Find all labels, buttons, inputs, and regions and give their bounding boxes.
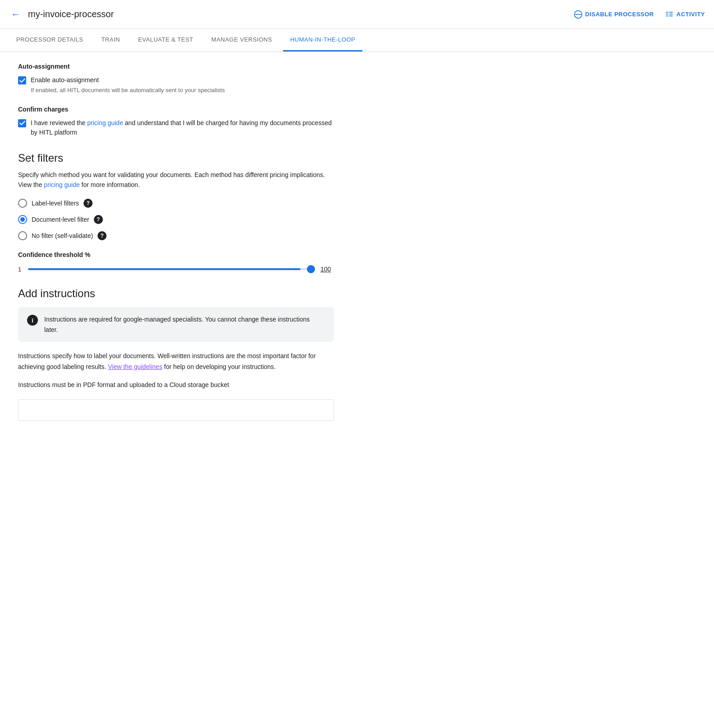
info-icon: i — [27, 315, 38, 326]
confidence-threshold-label: Confidence threshold % — [18, 251, 334, 258]
radio-document-level-outer — [18, 215, 27, 224]
confirm-charges-row: I have reviewed the pricing guide and un… — [18, 118, 334, 137]
tab-evaluate-test[interactable]: EVALUATE & TEST — [131, 29, 200, 51]
instructions-desc-part2: for help on developing your instructions… — [162, 363, 276, 370]
radio-label-level-text: Label-level filters — [32, 200, 79, 207]
add-instructions-section: Add instructions i Instructions are requ… — [18, 287, 334, 421]
add-instructions-heading: Add instructions — [18, 287, 334, 300]
confirm-charges-text: I have reviewed the pricing guide and un… — [31, 118, 334, 137]
confirm-charges-checkbox[interactable] — [18, 119, 26, 127]
pricing-guide-link-1[interactable]: pricing guide — [87, 119, 123, 126]
back-button[interactable]: ← — [9, 7, 23, 22]
activity-label: ACTIVITY — [677, 11, 705, 18]
enable-auto-assignment-checkbox[interactable] — [18, 76, 26, 84]
instructions-upload-box[interactable] — [18, 399, 334, 421]
filter-radio-group: Label-level filters ? Document-level fil… — [18, 199, 334, 240]
svg-rect-5 — [668, 12, 669, 13]
svg-rect-7 — [668, 15, 669, 16]
info-banner-text: Instructions are required for google-man… — [44, 314, 325, 335]
auto-assignment-label: Auto-assignment — [18, 63, 334, 70]
tab-human-in-the-loop[interactable]: HUMAN-IN-THE-LOOP — [283, 29, 362, 51]
confidence-threshold-slider-row: 1 100 — [18, 266, 334, 273]
label-level-help-icon[interactable]: ? — [83, 199, 93, 208]
enable-auto-assignment-row: Enable auto-assignment If enabled, all H… — [18, 75, 334, 95]
top-actions: DISABLE PROCESSOR ACTIVITY — [574, 10, 705, 19]
pricing-guide-link-2[interactable]: pricing guide — [44, 181, 79, 188]
radio-no-filter[interactable]: No filter (self-validate) ? — [18, 231, 334, 240]
confirm-charges-section: Confirm charges I have reviewed the pric… — [18, 106, 334, 137]
tab-train[interactable]: TRAIN — [94, 29, 127, 51]
radio-document-level-text: Document-level filter — [32, 216, 89, 223]
slider-min-label: 1 — [18, 266, 23, 273]
page-title: my-invoice-processor — [28, 9, 574, 19]
main-content: Auto-assignment Enable auto-assignment I… — [0, 52, 352, 432]
radio-document-level-inner — [20, 217, 25, 222]
svg-rect-6 — [668, 14, 669, 14]
disable-processor-label: DISABLE PROCESSOR — [585, 11, 654, 18]
confirm-charges-label: Confirm charges — [18, 106, 334, 113]
document-level-help-icon[interactable]: ? — [94, 215, 103, 224]
instructions-note: Instructions must be in PDF format and u… — [18, 380, 334, 391]
disable-processor-button[interactable]: DISABLE PROCESSOR — [574, 10, 654, 19]
instructions-desc: Instructions specify how to label your d… — [18, 351, 334, 373]
enable-auto-assignment-main-text: Enable auto-assignment — [31, 75, 225, 85]
no-filter-help-icon[interactable]: ? — [97, 231, 107, 240]
tabs-bar: PROCESSOR DETAILS TRAIN EVALUATE & TEST … — [0, 29, 714, 52]
slider-track-container[interactable] — [28, 268, 315, 270]
enable-auto-assignment-subtext: If enabled, all HITL documents will be a… — [31, 86, 225, 95]
radio-no-filter-text: No filter (self-validate) — [32, 232, 93, 239]
slider-fill — [28, 268, 301, 270]
disable-icon — [574, 10, 583, 19]
tab-processor-details[interactable]: PROCESSOR DETAILS — [9, 29, 90, 51]
set-filters-section: Set filters Specify which method you wan… — [18, 152, 334, 273]
activity-button[interactable]: ACTIVITY — [665, 10, 705, 19]
view-guidelines-link[interactable]: View the guidelines — [108, 363, 162, 370]
radio-document-level[interactable]: Document-level filter ? — [18, 215, 334, 224]
info-banner: i Instructions are required for google-m… — [18, 307, 334, 342]
slider-thumb[interactable] — [307, 265, 315, 273]
radio-label-level[interactable]: Label-level filters ? — [18, 199, 334, 208]
confirm-charges-text-part1: I have reviewed the — [31, 119, 87, 126]
tab-manage-versions[interactable]: MANAGE VERSIONS — [204, 29, 279, 51]
set-filters-heading: Set filters — [18, 152, 334, 164]
checkmark-icon-2 — [19, 120, 25, 126]
radio-no-filter-outer — [18, 231, 27, 240]
slider-track — [28, 268, 315, 270]
slider-value: 100 — [320, 266, 334, 273]
set-filters-desc: Specify which method you want for valida… — [18, 170, 334, 190]
radio-label-level-outer — [18, 199, 27, 208]
checkmark-icon — [19, 78, 25, 84]
activity-icon — [665, 10, 674, 19]
filters-desc-end: for more information. — [80, 181, 140, 188]
enable-auto-assignment-text: Enable auto-assignment If enabled, all H… — [31, 75, 225, 95]
top-bar: ← my-invoice-processor DISABLE PROCESSOR… — [0, 0, 714, 29]
